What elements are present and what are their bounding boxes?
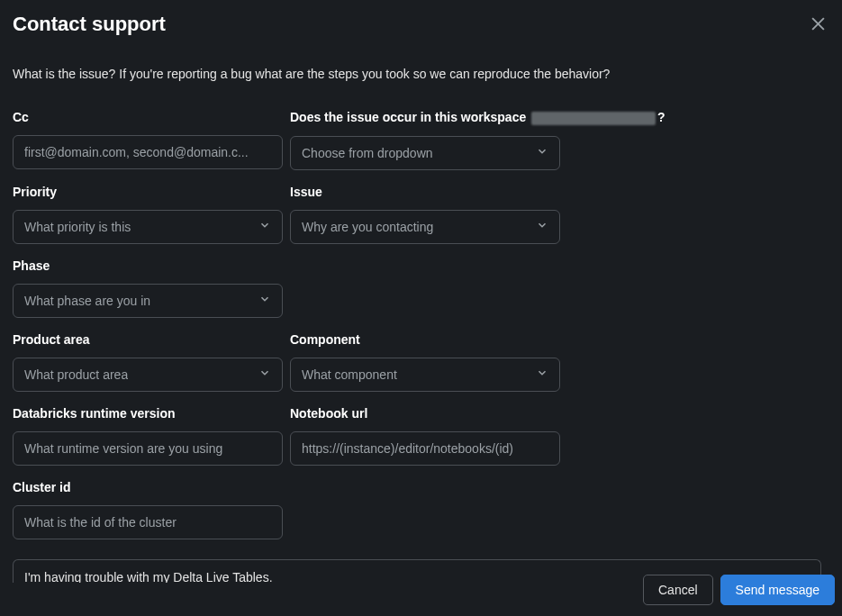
field-runtime: Databricks runtime version — [13, 406, 283, 466]
cc-input[interactable] — [13, 135, 283, 169]
chevron-down-icon — [258, 219, 271, 234]
issue-select-placeholder: Why are you contacting — [302, 220, 433, 234]
issue-label: Issue — [290, 185, 560, 199]
dialog-footer: Cancel Send message — [643, 575, 835, 605]
chevron-down-icon — [258, 367, 271, 382]
runtime-input[interactable] — [13, 431, 283, 466]
cc-label: Cc — [13, 110, 283, 124]
notebook-url-label: Notebook url — [290, 406, 560, 421]
chevron-down-icon — [536, 145, 548, 160]
cluster-id-input[interactable] — [13, 505, 283, 539]
field-priority: Priority What priority is this — [13, 185, 283, 244]
field-issue: Issue Why are you contacting — [290, 185, 560, 244]
dialog-header: Contact support — [13, 13, 829, 38]
field-phase: Phase What phase are you in — [13, 258, 283, 318]
component-label: Component — [290, 332, 560, 347]
issue-select[interactable]: Why are you contacting — [290, 210, 560, 244]
cancel-button[interactable]: Cancel — [643, 575, 713, 605]
priority-label: Priority — [13, 185, 283, 199]
priority-select[interactable]: What priority is this — [13, 210, 283, 244]
field-notebook-url: Notebook url — [290, 406, 560, 466]
notebook-url-input[interactable] — [290, 431, 560, 466]
component-select[interactable]: What component — [290, 358, 560, 392]
component-select-placeholder: What component — [302, 367, 397, 382]
chevron-down-icon — [536, 367, 548, 382]
phase-select[interactable]: What phase are you in — [13, 284, 283, 318]
phase-label: Phase — [13, 258, 283, 273]
field-product-area: Product area What product area — [13, 332, 283, 392]
dialog-title: Contact support — [13, 13, 166, 36]
send-message-button[interactable]: Send message — [720, 575, 835, 605]
close-button[interactable] — [807, 13, 829, 38]
phase-select-placeholder: What phase are you in — [24, 294, 150, 308]
close-icon — [810, 16, 826, 34]
workspace-name-redacted — [531, 112, 656, 125]
workspace-label-prefix: Does the issue occur in this workspace — [290, 110, 530, 124]
workspace-label: Does the issue occur in this workspace ? — [290, 110, 560, 125]
workspace-select-placeholder: Choose from dropdown — [302, 146, 433, 160]
field-cc: Cc — [13, 110, 283, 169]
chevron-down-icon — [536, 219, 548, 234]
workspace-select[interactable]: Choose from dropdown — [290, 136, 560, 170]
intro-text: What is the issue? If you're reporting a… — [13, 67, 829, 81]
product-area-select[interactable]: What product area — [13, 358, 283, 392]
runtime-label: Databricks runtime version — [13, 406, 283, 421]
chevron-down-icon — [258, 293, 271, 308]
product-area-label: Product area — [13, 332, 283, 347]
form-grid: Cc Does the issue occur in this workspac… — [13, 110, 829, 539]
field-workspace: Does the issue occur in this workspace ?… — [290, 110, 560, 170]
field-cluster-id: Cluster id — [13, 480, 283, 539]
workspace-label-suffix: ? — [657, 110, 665, 124]
cluster-id-label: Cluster id — [13, 480, 283, 494]
priority-select-placeholder: What priority is this — [24, 220, 131, 234]
field-component: Component What component — [290, 332, 560, 392]
contact-support-dialog: Contact support What is the issue? If yo… — [0, 0, 842, 616]
product-area-select-placeholder: What product area — [24, 367, 128, 382]
